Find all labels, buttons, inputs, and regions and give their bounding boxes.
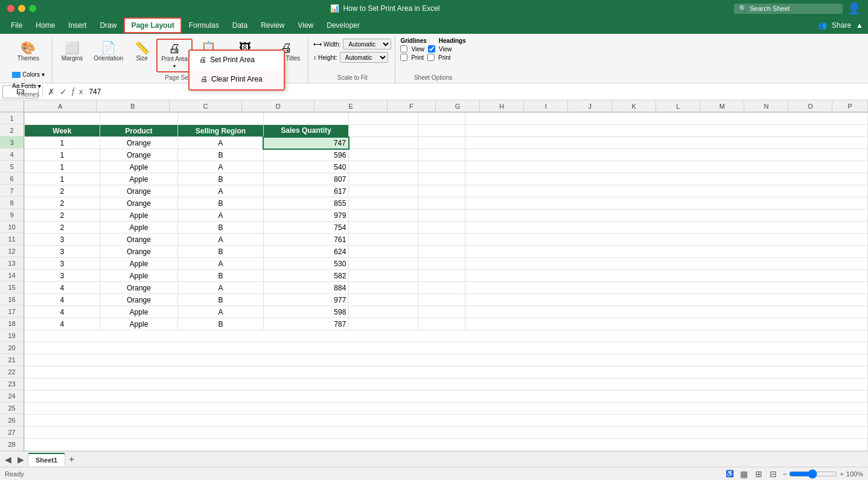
col-header-h[interactable]: H (480, 100, 524, 112)
row-num-17[interactable]: 17 (0, 306, 24, 318)
window-controls[interactable] (7, 5, 36, 12)
col-header-k[interactable]: K (612, 100, 656, 112)
row-num-2[interactable]: 2 (0, 124, 24, 136)
col-header-c[interactable]: C (170, 100, 242, 112)
row-num-1[interactable]: 1 (0, 112, 24, 124)
cell-f3[interactable] (418, 137, 465, 149)
cell-d2-header[interactable]: Sales Quantity (263, 125, 349, 137)
row-num-22[interactable]: 22 (0, 366, 24, 378)
cell-e1[interactable] (349, 113, 418, 125)
sheet-tab-sheet1[interactable]: Sheet1 (28, 453, 65, 466)
cell-d4[interactable]: 596 (263, 149, 349, 161)
ribbon-collapse-btn[interactable]: ▲ (856, 21, 863, 30)
row-num-3[interactable]: 3 (0, 136, 24, 149)
menu-review[interactable]: Review (255, 19, 290, 32)
col-header-p[interactable]: P (832, 100, 868, 112)
fonts-button[interactable]: Aa Fonts ▾ (8, 81, 48, 91)
cell-d5[interactable]: 540 (263, 161, 349, 173)
search-sheet-box[interactable]: 🔍 Search Sheet (734, 4, 843, 14)
cell-b4[interactable]: Orange (100, 149, 177, 161)
minimize-btn[interactable] (18, 5, 25, 12)
row-num-15[interactable]: 15 (0, 281, 24, 293)
cell-rest-1[interactable] (465, 113, 867, 125)
col-header-b[interactable]: B (97, 100, 169, 112)
cell-f1[interactable] (418, 113, 465, 125)
cell-f2[interactable] (418, 125, 465, 137)
page-layout-view-btn[interactable]: ⊞ (754, 468, 764, 480)
row-num-12[interactable]: 12 (0, 245, 24, 257)
add-sheet-btn[interactable]: + (66, 454, 77, 465)
col-header-o[interactable]: O (788, 100, 832, 112)
cell-c5[interactable]: A (178, 161, 264, 173)
maximize-btn[interactable] (29, 5, 36, 12)
row-num-8[interactable]: 8 (0, 197, 24, 209)
headings-view-check[interactable] (428, 45, 435, 53)
row-num-24[interactable]: 24 (0, 390, 24, 402)
cell-e2[interactable] (349, 125, 418, 137)
colors-button[interactable]: Colors ▾ (8, 69, 48, 80)
page-break-view-btn[interactable]: ⊟ (768, 468, 778, 480)
print-area-button[interactable]: 🖨 Print Area ▾ (156, 39, 193, 72)
close-btn[interactable] (7, 5, 14, 12)
menu-formulas[interactable]: Formulas (183, 19, 225, 32)
cell-b2-header[interactable]: Product (100, 125, 177, 137)
col-header-d[interactable]: D (242, 100, 314, 112)
cell-a1[interactable] (25, 113, 100, 125)
cell-a2-header[interactable]: Week (25, 125, 100, 137)
col-header-n[interactable]: N (744, 100, 788, 112)
menu-file[interactable]: File (5, 19, 28, 32)
cell-c4[interactable]: B (178, 149, 264, 161)
row-num-10[interactable]: 10 (0, 221, 24, 233)
share-button[interactable]: Share (832, 21, 851, 30)
cell-d3-selected[interactable]: 747 (263, 137, 349, 149)
function-icon[interactable]: f (71, 87, 75, 97)
row-num-6[interactable]: 6 (0, 173, 24, 185)
cell-b5[interactable]: Apple (100, 161, 177, 173)
row-num-18[interactable]: 18 (0, 318, 24, 330)
col-header-i[interactable]: I (524, 100, 568, 112)
margins-button[interactable]: ⬜ Margins (57, 39, 88, 65)
cell-rest-3[interactable] (465, 137, 867, 149)
gridlines-view-check[interactable] (400, 45, 407, 53)
zoom-out-btn[interactable]: − (783, 470, 787, 478)
zoom-in-btn[interactable]: + (840, 470, 843, 478)
clear-print-area-item[interactable]: 🖨 Clear Print Area (190, 69, 284, 89)
col-header-e[interactable]: E (314, 100, 387, 112)
cell-b1[interactable] (100, 113, 177, 125)
col-header-j[interactable]: J (568, 100, 612, 112)
row-num-7[interactable]: 7 (0, 185, 24, 197)
menu-developer[interactable]: Developer (321, 19, 366, 32)
row-num-11[interactable]: 11 (0, 233, 24, 245)
row-num-13[interactable]: 13 (0, 257, 24, 269)
normal-view-btn[interactable]: ▦ (739, 468, 749, 480)
menu-page-layout[interactable]: Page Layout (124, 18, 181, 33)
cell-rest-2[interactable] (465, 125, 867, 137)
row-num-19[interactable]: 19 (0, 330, 24, 342)
headings-print-check[interactable] (427, 54, 435, 61)
set-print-area-item[interactable]: 🖨 Set Print Area (190, 51, 284, 69)
col-header-f[interactable]: F (388, 100, 436, 112)
cell-c1[interactable] (178, 113, 264, 125)
sheet-prev-btn[interactable]: ◀ (2, 453, 14, 466)
gridlines-print-check[interactable] (400, 54, 407, 61)
confirm-formula-icon[interactable]: ✓ (59, 87, 68, 97)
row-num-20[interactable]: 20 (0, 342, 24, 354)
size-button[interactable]: 📏 Size (130, 39, 154, 65)
col-header-g[interactable]: G (436, 100, 480, 112)
row-num-27[interactable]: 27 (0, 426, 24, 438)
menu-view[interactable]: View (292, 19, 319, 32)
col-header-l[interactable]: L (656, 100, 700, 112)
row-num-9[interactable]: 9 (0, 209, 24, 221)
cell-a3[interactable]: 1 (25, 137, 100, 149)
cell-d1[interactable] (263, 113, 349, 125)
menu-draw[interactable]: Draw (94, 19, 123, 32)
cell-f4[interactable] (418, 149, 465, 161)
width-select[interactable]: Automatic (343, 39, 391, 50)
col-header-m[interactable]: M (700, 100, 744, 112)
orientation-button[interactable]: 📄 Orientation (89, 39, 127, 65)
cell-b3[interactable]: Orange (100, 137, 177, 149)
row-num-5[interactable]: 5 (0, 161, 24, 173)
row-num-16[interactable]: 16 (0, 293, 24, 306)
cell-e4[interactable] (349, 149, 418, 161)
cell-c3[interactable]: A (178, 137, 264, 149)
